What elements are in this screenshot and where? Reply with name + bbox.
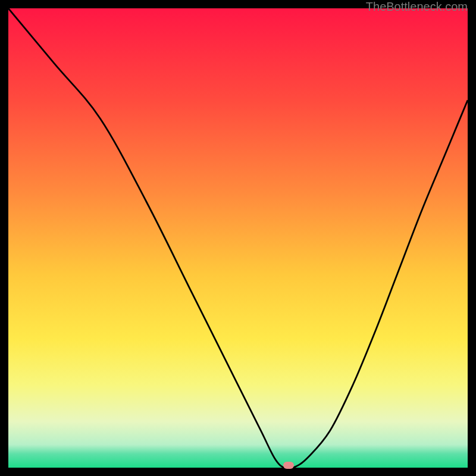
bottleneck-chart: TheBottleneck.com — [0, 0, 476, 476]
watermark-text: TheBottleneck.com — [366, 0, 468, 14]
svg-rect-0 — [8, 8, 468, 468]
gradient-background — [8, 8, 468, 468]
optimal-point-marker — [283, 462, 294, 469]
plot-area — [8, 8, 468, 468]
